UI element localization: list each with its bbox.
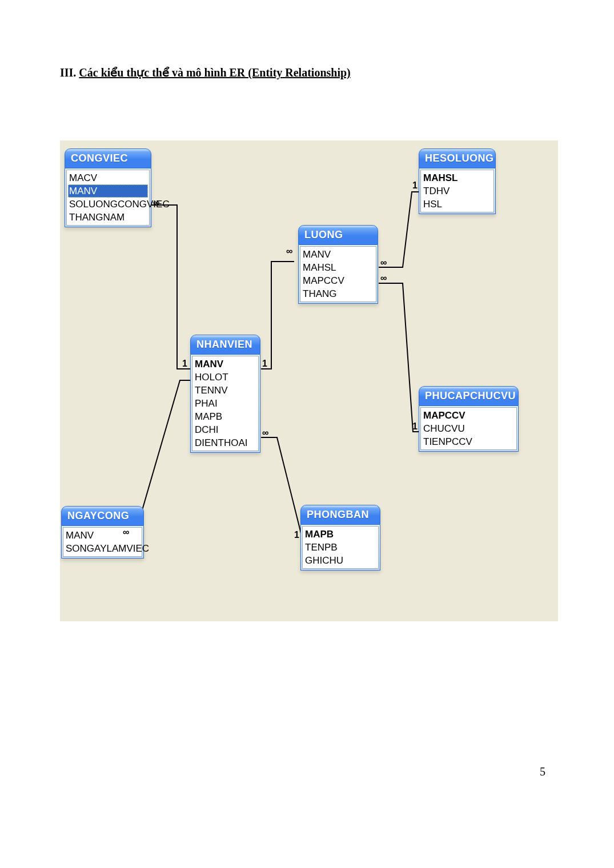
field[interactable]: MAPCCV [423,409,514,422]
field[interactable]: THANG [303,287,374,300]
field[interactable]: MACV [69,171,147,184]
field[interactable]: SOLUONGCONGVIEC [69,198,147,211]
entity-phucapchucvu[interactable]: PHUCAPCHUCVU MAPCCVCHUCVUTIENPCCV [419,386,519,452]
field[interactable]: GHICHU [305,554,376,567]
field-list: MANVSONGAYLAMVIEC [63,527,142,557]
field-list: MAHSLTDHVHSL [420,170,494,212]
field[interactable]: DCHI [195,423,256,436]
card-infinity: ∞ [153,198,159,208]
field[interactable]: TENNV [195,384,256,397]
entity-phongban[interactable]: PHONGBAN MAPBTENPBGHICHU [300,505,380,570]
card-one: 1 [182,359,187,369]
field[interactable]: MANV [68,184,148,198]
card-infinity: ∞ [123,527,129,537]
field[interactable]: THANGNAM [69,211,147,224]
entity-title: PHONGBAN [300,505,380,525]
card-one: 1 [262,359,267,369]
heading-roman: III. [60,66,79,79]
card-infinity: ∞ [380,258,387,268]
heading-text: Các kiểu thực thể và mô hình ER (Entity … [79,66,350,79]
card-infinity: ∞ [380,273,387,283]
page-number: 5 [540,765,545,778]
card-infinity: ∞ [262,428,268,438]
field[interactable]: CHUCVU [423,422,514,435]
field[interactable]: TIENPCCV [423,435,514,448]
entity-title: HESOLUONG [419,148,496,168]
field[interactable]: MAHSL [303,261,374,274]
card-one: 1 [412,421,418,432]
field[interactable]: DIENTHOAI [195,436,256,449]
entity-nhanvien[interactable]: NHANVIEN MANVHOLOTTENNVPHAIMAPBDCHIDIENT… [190,335,260,453]
field[interactable]: TDHV [423,184,491,198]
field[interactable]: MAPB [305,528,376,541]
field[interactable]: HOLOT [195,371,256,384]
field[interactable]: TENPB [305,541,376,554]
entity-title: NHANVIEN [190,335,260,355]
entity-title: CONGVIEC [65,148,151,168]
field-list: MANVMAHSLMAPCCVTHANG [300,246,376,302]
field[interactable]: MANV [195,357,256,371]
section-heading: III. Các kiểu thực thể và mô hình ER (En… [60,66,351,79]
entity-congviec[interactable]: CONGVIEC MACVMANVSOLUONGCONGVIECTHANGNAM [65,148,151,227]
card-one: 1 [412,180,418,191]
field[interactable]: SONGAYLAMVIEC [66,542,139,555]
card-one: 1 [294,530,299,540]
entity-title: LUONG [298,225,378,245]
entity-ngaycong[interactable]: NGAYCONG MANVSONGAYLAMVIEC [61,506,144,558]
field[interactable]: MAPB [195,410,256,423]
field-list: MANVHOLOTTENNVPHAIMAPBDCHIDIENTHOAI [192,356,259,451]
field[interactable]: PHAI [195,397,256,410]
entity-title: PHUCAPCHUCVU [419,386,519,406]
field[interactable]: MAHSL [423,171,491,184]
field-list: MAPCCVCHUCVUTIENPCCV [420,407,517,450]
er-diagram: CONGVIEC MACVMANVSOLUONGCONGVIECTHANGNAM… [60,140,558,621]
field-list: MACVMANVSOLUONGCONGVIECTHANGNAM [66,170,150,226]
card-infinity: ∞ [286,246,292,256]
field[interactable]: MAPCCV [303,274,374,287]
entity-title: NGAYCONG [61,506,144,526]
entity-luong[interactable]: LUONG MANVMAHSLMAPCCVTHANG [298,225,378,304]
entity-hesoluong[interactable]: HESOLUONG MAHSLTDHVHSL [419,148,496,214]
field[interactable]: MANV [303,248,374,261]
field[interactable]: HSL [423,198,491,211]
field-list: MAPBTENPBGHICHU [302,526,379,569]
